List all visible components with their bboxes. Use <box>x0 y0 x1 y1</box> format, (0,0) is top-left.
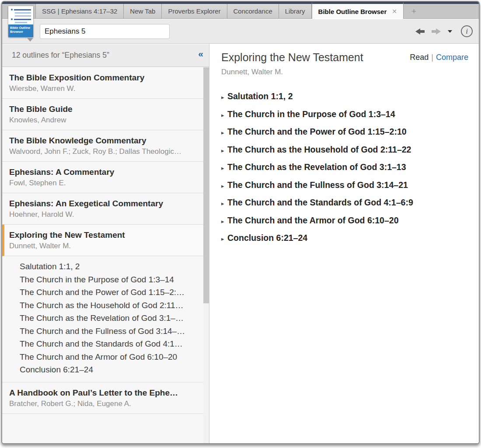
tab-bar: SSG | Ephesians 4:17–32 New Tab Proverbs… <box>2 4 479 19</box>
outline-item-text: The Church and the Standards of God 4:1–… <box>227 198 413 208</box>
result-item[interactable]: Ephesians: An Exegetical Commentary Hoeh… <box>2 193 209 225</box>
outline-item[interactable]: ▸ The Church and the Armor of God 6:10–2… <box>221 215 469 226</box>
result-author: Bratcher, Robert G.; Nida, Eugene A. <box>9 399 197 408</box>
outline-item-text: The Church and the Fullness of God 3:14–… <box>227 180 408 190</box>
tab-label: Bible Outline Browser <box>318 8 387 15</box>
forward-arrow-icon[interactable] <box>432 28 442 35</box>
outline-item[interactable]: ▸ Conclusion 6:21–24 <box>221 233 469 243</box>
outline-item[interactable]: ▸ The Church in the Purpose of God 1:3–1… <box>221 109 469 119</box>
outline-item[interactable]: ▸ The Church and the Fullness of God 3:1… <box>221 180 469 190</box>
result-item[interactable]: The Bible Knowledge Commentary Walvoord,… <box>2 130 209 162</box>
result-title: Exploring the New Testament <box>9 230 197 240</box>
tab-label: SSG | Ephesians 4:17–32 <box>42 7 117 15</box>
result-outline-item[interactable]: Salutation 1:1, 2 <box>20 260 203 273</box>
new-tab-button[interactable]: + <box>404 4 424 18</box>
expand-triangle-icon: ▸ <box>221 94 227 101</box>
outline-panel: Exploring the New Testament Dunnett, Wal… <box>210 44 479 443</box>
expand-triangle-icon: ▸ <box>221 236 227 242</box>
tab-label: Proverbs Explorer <box>168 7 220 15</box>
outline-item[interactable]: ▸ The Church as the Revelation of God 3:… <box>221 162 469 172</box>
result-title: Ephesians: A Commentary <box>9 167 197 177</box>
result-outline-item[interactable]: The Church as the Household of God 2:11… <box>20 299 203 312</box>
result-title: The Bible Exposition Commentary <box>9 73 197 83</box>
result-item[interactable]: The Bible Exposition Commentary Wiersbe,… <box>2 67 209 99</box>
info-icon[interactable]: i <box>461 25 473 37</box>
tab-strip: SSG | Ephesians 4:17–32 New Tab Proverbs… <box>35 4 404 18</box>
outline-list: ▸ Salutation 1:1, 2 ▸ The Church in the … <box>221 91 469 243</box>
outline-item[interactable]: ▸ The Church as the Household of God 2:1… <box>221 145 469 155</box>
result-title: The Bible Knowledge Commentary <box>9 136 197 146</box>
tab-3[interactable]: Concordance <box>227 4 279 18</box>
expand-triangle-icon: ▸ <box>221 112 227 118</box>
compare-link[interactable]: Compare <box>436 53 468 62</box>
outline-item-text: Salutation 1:1, 2 <box>227 91 293 101</box>
result-outline-item[interactable]: The Church in the Purpose of God 1:3–14 <box>20 273 203 286</box>
outline-item[interactable]: ▸ Salutation 1:1, 2 <box>221 91 469 101</box>
read-link[interactable]: Read <box>410 53 429 62</box>
tool-icon-bible-outline-browser[interactable]: Bible Outline Browser <box>8 6 33 37</box>
result-author: Walvoord, John F.; Zuck, Roy B.; Dallas … <box>9 147 197 156</box>
history-caret-icon[interactable] <box>448 30 452 33</box>
result-outline-item[interactable]: The Church and the Armor of God 6:10–20 <box>20 351 203 364</box>
tab-2[interactable]: Proverbs Explorer <box>162 4 227 18</box>
tab-close-icon[interactable]: ✕ <box>392 8 397 15</box>
result-title: A Handbook on Paul’s Letter to the Ephe… <box>9 388 197 398</box>
outline-item-text: The Church as the Revelation of God 3:1–… <box>227 162 406 172</box>
expand-triangle-icon: ▸ <box>221 183 227 189</box>
sidebar-scrollbar-track[interactable] <box>203 67 209 443</box>
reference-input[interactable] <box>40 24 170 39</box>
outline-item[interactable]: ▸ The Church and the Standards of God 4:… <box>221 198 469 208</box>
sidebar-scrollbar-thumb[interactable] <box>203 67 209 303</box>
outline-item-text: The Church and the Power of God 1:15–2:1… <box>227 127 407 137</box>
result-author: Wiersbe, Warren W. <box>9 84 197 93</box>
action-separator: | <box>431 53 433 62</box>
tab-1[interactable]: New Tab <box>124 4 162 18</box>
resource-author: Dunnett, Walter M. <box>221 68 469 76</box>
expand-triangle-icon: ▸ <box>221 165 227 171</box>
sidebar-header: 12 outlines for “Ephesians 5” « <box>2 44 209 67</box>
toolbar: i <box>2 19 479 44</box>
app-window: SSG | Ephesians 4:17–32 New Tab Proverbs… <box>1 1 480 444</box>
result-outline-item[interactable]: The Church and the Standards of God 4:1… <box>20 337 203 351</box>
result-item[interactable]: Ephesians: A Commentary Fowl, Stephen E. <box>2 162 209 193</box>
tab-4[interactable]: Library <box>279 4 312 18</box>
back-arrow-icon[interactable] <box>415 28 425 35</box>
result-list: The Bible Exposition Commentary Wiersbe,… <box>2 67 209 443</box>
expand-triangle-icon: ▸ <box>221 147 227 154</box>
tab-5[interactable]: Bible Outline Browser ✕ <box>312 2 404 19</box>
result-title: Ephesians: An Exegetical Commentary <box>9 199 197 208</box>
result-item[interactable]: A Handbook on Paul’s Letter to the Ephe…… <box>2 382 209 414</box>
tab-0[interactable]: SSG | Ephesians 4:17–32 <box>35 4 124 18</box>
result-author: Hoehner, Harold W. <box>9 210 197 219</box>
result-outline-item[interactable]: The Church as the Revelation of God 3:1–… <box>20 312 203 325</box>
tool-menu-caret-icon[interactable] <box>27 38 33 42</box>
expand-triangle-icon: ▸ <box>221 129 227 136</box>
plus-icon: + <box>411 7 416 16</box>
tab-label: New Tab <box>130 7 155 15</box>
result-title: The Bible Guide <box>9 104 197 114</box>
nav-controls: i <box>415 19 473 43</box>
tab-label: Library <box>285 7 305 15</box>
outline-item-text: The Church in the Purpose of God 1:3–14 <box>227 109 395 119</box>
collapse-sidebar-icon[interactable]: « <box>198 49 203 59</box>
result-item[interactable]: Exploring the New Testament Dunnett, Wal… <box>2 225 209 256</box>
result-outline-item[interactable]: The Church and the Fullness of God 3:14–… <box>20 325 203 338</box>
outline-item[interactable]: ▸ The Church and the Power of God 1:15–2… <box>221 127 469 137</box>
result-outline-item[interactable]: The Church and the Power of God 1:15–2:… <box>20 286 203 299</box>
result-author: Knowles, Andrew <box>9 116 197 125</box>
results-sidebar: 12 outlines for “Ephesians 5” « The Bibl… <box>2 44 209 443</box>
result-item[interactable]: The Bible Guide Knowles, Andrew <box>2 99 209 130</box>
panel-actions: Read|Compare <box>410 53 468 62</box>
outline-lines-icon <box>8 6 33 23</box>
expand-triangle-icon: ▸ <box>221 218 227 225</box>
tab-label: Concordance <box>234 7 272 15</box>
expand-triangle-icon: ▸ <box>221 200 227 207</box>
result-author: Fowl, Stephen E. <box>9 179 197 188</box>
tool-icon-label: Bible Outline Browser <box>8 24 33 37</box>
outline-item-text: The Church as the Household of God 2:11–… <box>227 145 411 155</box>
result-outline-item[interactable]: Conclusion 6:21–24 <box>20 363 203 376</box>
outline-item-text: The Church and the Armor of God 6:10–20 <box>227 215 399 226</box>
results-count-label: 12 outlines for “Ephesians 5” <box>12 51 109 60</box>
result-outline: Salutation 1:1, 2The Church in the Purpo… <box>2 256 209 382</box>
outline-item-text: Conclusion 6:21–24 <box>227 233 307 243</box>
